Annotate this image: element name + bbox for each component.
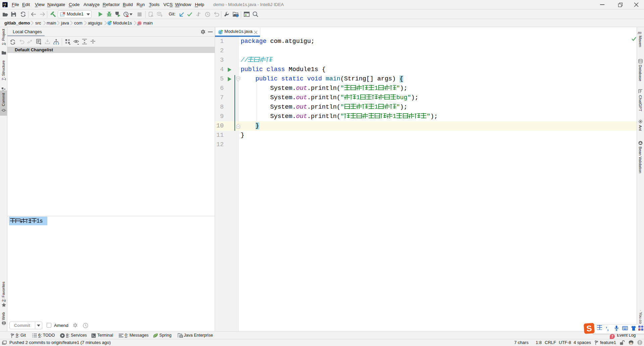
svg-text:c: c <box>108 21 110 25</box>
svg-text:c: c <box>219 30 221 34</box>
